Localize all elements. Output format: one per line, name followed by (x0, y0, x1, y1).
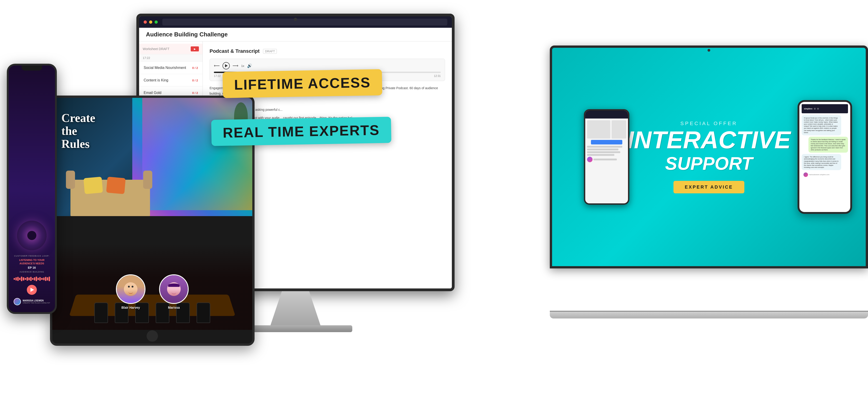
monitor-rewind-btn[interactable]: ⟵ (214, 63, 220, 68)
laptop-keyboard-base (550, 312, 868, 318)
phone-device: CUSTOMER FEEDBACK LOOP: LISTENING TO YOU… (7, 64, 57, 314)
phone-host-info: MARISSA LOEWEN CREATE THE RULES CATALYST (23, 299, 50, 304)
monitor-title-bar: Audience Building Challenge (139, 28, 452, 41)
monitor-worksheet-item[interactable]: Worksheet DRAFT ▶ (139, 44, 203, 54)
laptop-chat-screen: simplero Hi [your] Small you in this one… (799, 102, 850, 212)
laptop-screen: SPECIAL OFFER INTERACTIVE SUPPORT EXPERT… (552, 48, 866, 266)
monitor-time-indicator: 17:22 (139, 54, 203, 62)
monitor-page-title: Audience Building Challenge (146, 31, 228, 38)
phone-podcast-title: LISTENING TO YOURAUDIENCE'S NEEDS (14, 258, 49, 265)
phone-host-avatar (13, 298, 21, 305)
phone-ep-label: AUDIENCE BUILDING (14, 271, 49, 273)
tablet-host-1: Blair Harvey (116, 274, 146, 309)
monitor-maximize-btn[interactable] (155, 21, 158, 24)
laptop-special-offer-label: SPECIAL OFFER (627, 120, 791, 126)
monitor-volume-icon: 🔊 (247, 63, 252, 68)
laptop-interactive-text: INTERACTIVE (627, 129, 791, 151)
laptop-chat-avatar-row: marissaloewen.simplero.com (802, 171, 848, 178)
laptop-inner-phone-right: simplero Hi [your] Small you in this one… (798, 100, 852, 214)
phone-host-subtitle: CREATE THE RULES CATALYST (23, 302, 50, 304)
phone-ep: EP 16 (14, 266, 49, 269)
chat-bubble-2: Thanks for the feedback Marissa. I need … (808, 137, 848, 153)
phone-podcast-info: CUSTOMER FEEDBACK LOOP: LISTENING TO YOU… (11, 255, 53, 276)
monitor-sidebar-item-1[interactable]: Content is King 0 / 2 (139, 74, 203, 87)
tablet-host2-avatar (159, 274, 189, 304)
phone-album-inner (27, 231, 36, 240)
phone-screen: CUSTOMER FEEDBACK LOOP: LISTENING TO YOU… (9, 65, 55, 312)
laptop-screen-frame: SPECIAL OFFER INTERACTIVE SUPPORT EXPERT… (550, 46, 868, 269)
phone-host-row: MARISSA LOEWEN CREATE THE RULES CATALYST (13, 298, 50, 305)
monitor-sidebar-item-0[interactable]: Social Media Nourishment 0 / 2 (139, 62, 203, 74)
laptop-expert-advice-button[interactable]: EXPERT ADVICE (674, 181, 744, 193)
lsp-action-btn[interactable] (591, 140, 622, 144)
laptop-support-text: SUPPORT (627, 153, 791, 174)
tablet-home-button[interactable] (147, 330, 158, 342)
main-scene: CUSTOMER FEEDBACK LOOP: LISTENING TO YOU… (0, 0, 868, 394)
laptop-chat-username: marissaloewen.simplero.com (809, 174, 829, 175)
tablet-host2-label: Marissa (168, 306, 180, 309)
phone-waveform (13, 276, 50, 282)
phone-notch (22, 65, 42, 71)
lsp-topbar (585, 111, 628, 118)
laptop-chat-topbar: simplero (802, 104, 848, 113)
tablet-bg-area: CreatetheRules (52, 98, 252, 216)
monitor-forward-btn[interactable]: ⟶ (232, 63, 239, 68)
tablet-host1-label: Blair Harvey (121, 306, 140, 309)
lsp-content (585, 118, 628, 165)
tablet-host1-avatar (116, 274, 146, 304)
monitor-minimize-btn[interactable] (149, 21, 152, 24)
tablet-text-overlay: CreatetheRules (61, 111, 95, 150)
phone-album-art (17, 221, 46, 250)
laptop-offer-content: SPECIAL OFFER INTERACTIVE SUPPORT EXPERT… (618, 111, 800, 202)
lifetime-access-label: LIFETIME ACCESS (222, 69, 382, 98)
monitor-podcast-header: Podcast & Transcript DRAFT (210, 48, 445, 54)
monitor-camera (294, 18, 297, 21)
monitor-play-icon (225, 64, 228, 67)
tablet-create-text: CreatetheRules (61, 111, 95, 150)
realtime-experts-label: REAL TIME EXPERTS (211, 117, 392, 146)
laptop-chat-avatar (803, 172, 808, 177)
laptop-camera (708, 49, 710, 52)
chat-bubble-1: Hi [your] Small you in this one/next. A … (802, 115, 841, 135)
monitor-current-time: 17:22 (214, 75, 221, 78)
phone-host-name: MARISSA LOEWEN (23, 299, 50, 302)
monitor-player-controls: ⟵ ⟶ 1x 🔊 (214, 62, 441, 69)
tablet-lower-area: Blair Harvey (52, 244, 252, 330)
monitor-total-time: 12:31 (434, 75, 441, 78)
phone-play-button[interactable] (27, 285, 37, 295)
tablet-hosts-row: Blair Harvey (116, 274, 189, 309)
laptop-device: SPECIAL OFFER INTERACTIVE SUPPORT EXPERT… (550, 46, 868, 318)
phone-podcast-tag: CUSTOMER FEEDBACK LOOP: (14, 255, 49, 257)
monitor-close-btn[interactable] (144, 21, 147, 24)
phone-play-icon (30, 288, 34, 292)
laptop-inner-phone-left (584, 109, 629, 205)
tablet-host-2: Marissa (159, 274, 189, 309)
chat-bubble-3: I agree. The difference you bring could … (802, 154, 841, 170)
laptop-inner-phone-left-screen (585, 111, 628, 203)
monitor-base (239, 325, 352, 332)
laptop-simplero-label: simplero (804, 108, 812, 110)
monitor-play-button[interactable] (222, 62, 230, 69)
monitor-url-bar[interactable] (162, 19, 447, 26)
